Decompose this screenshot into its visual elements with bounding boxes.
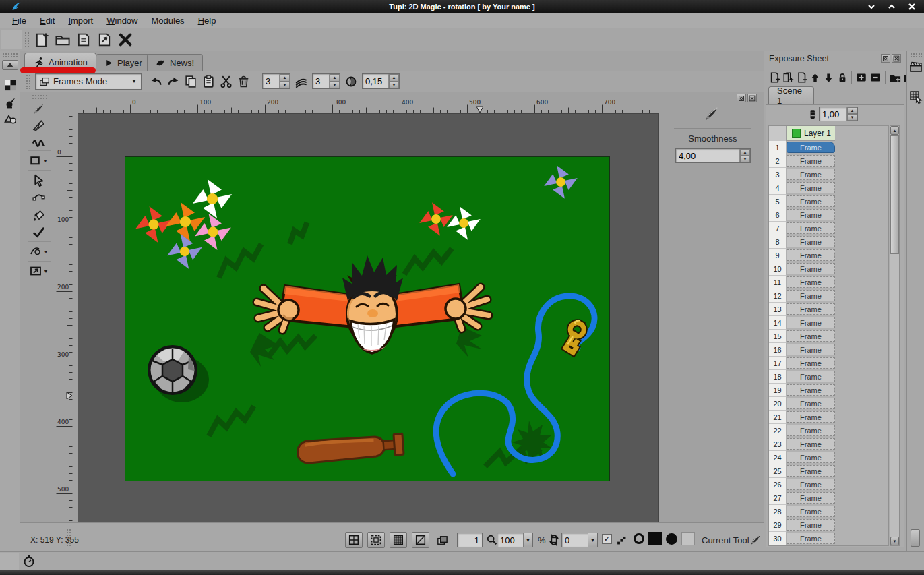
frame-cell[interactable]: Frame: [787, 155, 835, 167]
frame-number-cell[interactable]: 27: [769, 491, 787, 505]
frame-number-cell[interactable]: 24: [769, 451, 787, 464]
frame-number-cell[interactable]: 17: [769, 357, 787, 370]
outline-swatch[interactable]: [634, 533, 644, 544]
layer-opacity-spinbox[interactable]: ▲▼: [819, 107, 858, 121]
menu-help[interactable]: Help: [191, 13, 223, 28]
frame-number-cell[interactable]: 4: [769, 181, 787, 195]
frame-cell[interactable]: Frame: [787, 479, 835, 490]
frame-cell[interactable]: Frame: [787, 492, 835, 504]
cut-frame-button[interactable]: [217, 73, 235, 90]
onion-prev-input[interactable]: [313, 76, 329, 86]
smoothness-input[interactable]: [676, 151, 739, 161]
onion-layers-icon[interactable]: [292, 73, 310, 90]
frame-cell[interactable]: Frame: [787, 519, 835, 531]
layer-column-header[interactable]: Layer 1: [787, 126, 835, 141]
grid-toggle-button[interactable]: [345, 532, 363, 548]
save-project-button[interactable]: [74, 30, 93, 49]
window-maximize-button[interactable]: [888, 3, 896, 11]
brushes-icon[interactable]: [3, 95, 18, 110]
scrollbar-up-button[interactable]: ▲: [890, 126, 899, 135]
frame-cell[interactable]: Frame: [787, 384, 835, 396]
frame-cell[interactable]: Frame: [787, 330, 835, 342]
remove-layer-button[interactable]: [869, 70, 882, 85]
menu-import[interactable]: Import: [61, 13, 100, 28]
frame-cell[interactable]: Frame: [787, 357, 835, 369]
frame-cell[interactable]: Frame: [787, 506, 835, 517]
frame-number-cell[interactable]: 2: [769, 154, 787, 168]
scenes-manager-icon[interactable]: [908, 59, 923, 74]
menu-window[interactable]: Window: [100, 13, 144, 28]
frames-scrollbar[interactable]: ▲ ▼: [890, 125, 900, 546]
squiggle-tool-button[interactable]: [24, 133, 53, 149]
frame-cell[interactable]: Frame: [787, 317, 835, 328]
ink-tool-button[interactable]: [24, 117, 53, 133]
frames-mode-select[interactable]: Frames Mode ▼: [35, 73, 142, 90]
exposure-restore-button[interactable]: [881, 54, 890, 63]
frame-number-cell[interactable]: 22: [769, 424, 787, 437]
frame-number-cell[interactable]: 30: [769, 532, 787, 545]
full-grid-toggle-button[interactable]: [390, 532, 407, 548]
exposure-close-button[interactable]: [892, 54, 901, 63]
frame-number-cell[interactable]: 3: [769, 168, 787, 181]
tab-news[interactable]: News!: [147, 54, 203, 71]
rotation-combobox[interactable]: ▼: [561, 533, 598, 547]
copies-spinbox[interactable]: ▲▼: [262, 73, 290, 89]
left-dock-grip[interactable]: [2, 53, 18, 58]
frame-number-cell[interactable]: 5: [769, 195, 787, 208]
close-project-button[interactable]: [116, 30, 135, 49]
frame-cell[interactable]: Frame: [787, 195, 835, 207]
background-swatch[interactable]: [681, 532, 695, 545]
frame-cell[interactable]: Frame: [787, 222, 835, 234]
copies-spin-buttons[interactable]: ▲▼: [279, 74, 290, 88]
frame-number-cell[interactable]: 7: [769, 222, 787, 235]
color-palette-icon[interactable]: [3, 78, 18, 92]
remove-frame-button[interactable]: [795, 70, 808, 85]
smoothness-spin-buttons[interactable]: ▲▼: [739, 149, 750, 162]
frame-cell[interactable]: Frame: [787, 209, 835, 220]
rotation-input[interactable]: [562, 535, 588, 545]
frame-number-cell[interactable]: 26: [769, 478, 787, 491]
collapse-up-button[interactable]: [2, 60, 18, 70]
rectangle-tool-button[interactable]: ▼: [24, 152, 53, 169]
paste-frame-button[interactable]: [199, 73, 217, 90]
onion-prev-spin-buttons[interactable]: ▲▼: [329, 74, 340, 88]
tool-palette-grip[interactable]: [32, 94, 48, 99]
frame-number-cell[interactable]: 18: [769, 370, 787, 384]
frame-number-cell[interactable]: 19: [769, 384, 787, 397]
frame-cell[interactable]: Frame: [787, 290, 835, 301]
scrollbar-thumb[interactable]: [890, 135, 899, 254]
frame-cell[interactable]: Frame: [787, 371, 835, 382]
frame-cell[interactable]: Frame: [787, 438, 835, 450]
menu-edit[interactable]: Edit: [33, 13, 61, 28]
frame-cell[interactable]: Frame: [787, 411, 835, 423]
frame-cell[interactable]: Frame: [787, 533, 835, 544]
frame-number-cell[interactable]: 14: [769, 316, 787, 330]
frame-number-cell[interactable]: 25: [769, 464, 787, 478]
drawing-canvas[interactable]: [125, 156, 610, 481]
fill-tool-button[interactable]: [24, 208, 53, 224]
export-tool-button[interactable]: ▼: [24, 263, 53, 279]
open-project-button[interactable]: [53, 30, 72, 49]
frame-number-cell[interactable]: 11: [769, 276, 787, 289]
frame-number-cell[interactable]: 13: [769, 303, 787, 316]
frame-number-cell[interactable]: 10: [769, 262, 787, 276]
onion-skin-icon[interactable]: [342, 73, 360, 90]
right-dock-handle[interactable]: [911, 529, 920, 547]
scrollbar-down-button[interactable]: ▼: [890, 537, 899, 545]
insert-frames-button[interactable]: [782, 70, 795, 85]
frame-cell[interactable]: Frame: [787, 398, 835, 409]
onion-opacity-spinbox[interactable]: ▲▼: [362, 73, 400, 89]
frame-number-cell[interactable]: 6: [769, 208, 787, 222]
frames-toolbar-grip[interactable]: [26, 74, 31, 89]
exposure-sheet-icon[interactable]: [908, 90, 923, 104]
insert-layer-button[interactable]: [855, 70, 868, 85]
frame-cell[interactable]: Frame: [787, 465, 835, 477]
ellipse-tool-button[interactable]: ▼: [24, 243, 53, 260]
frame-number-cell[interactable]: 29: [769, 518, 787, 532]
frame-number-cell[interactable]: 23: [769, 437, 787, 451]
layer-opacity-input[interactable]: [820, 109, 846, 119]
onion-opacity-spin-buttons[interactable]: ▲▼: [388, 74, 399, 88]
frame-number-cell[interactable]: 1: [769, 141, 787, 154]
node-tool-button[interactable]: [24, 188, 53, 204]
frame-cell-selected[interactable]: Frame: [787, 142, 835, 153]
